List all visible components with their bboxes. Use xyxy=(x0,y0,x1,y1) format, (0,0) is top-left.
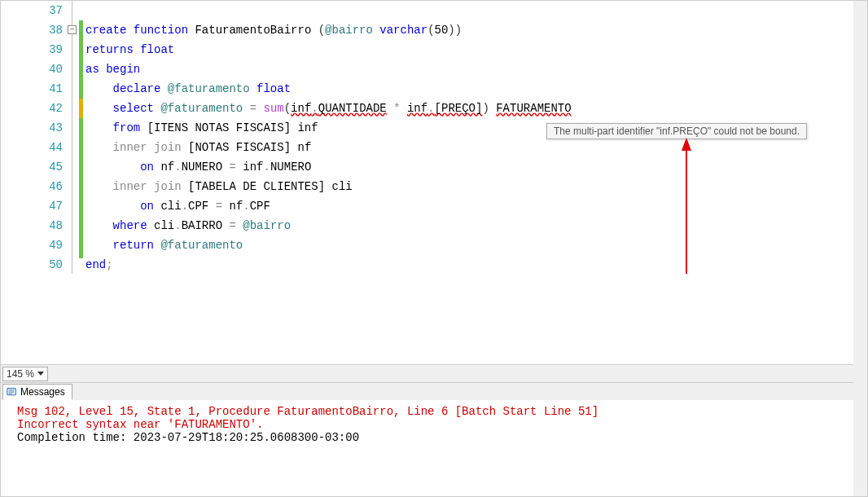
code-line: on nf.NUMERO = inf.NUMERO xyxy=(84,157,867,177)
code-line: inner join [TABELA DE CLIENTES] cli xyxy=(84,177,867,196)
line-number: 45 xyxy=(1,157,63,177)
error-tooltip-text: The multi-part identifier "inf.PREÇO" co… xyxy=(554,125,800,137)
vertical-scrollbar[interactable] xyxy=(853,1,867,274)
code-line: end; xyxy=(84,255,867,274)
code-line: as begin xyxy=(84,59,867,79)
code-line: where cli.BAIRRO = @bairro xyxy=(84,216,867,235)
messages-panel[interactable]: Msg 102, Level 15, State 1, Procedure Fa… xyxy=(1,400,867,496)
error-message-line: Incorrect syntax near 'FATURAMENTO'. xyxy=(17,418,859,431)
line-number: 43 xyxy=(1,118,63,138)
line-number: 46 xyxy=(1,177,63,196)
tab-messages[interactable]: Messages xyxy=(2,384,72,400)
fold-toggle-icon[interactable]: − xyxy=(68,25,77,34)
error-message-line: Msg 102, Level 15, State 1, Procedure Fa… xyxy=(17,405,859,418)
line-number: 49 xyxy=(1,235,63,255)
code-line: inner join [NOTAS FISCAIS] nf xyxy=(84,138,867,157)
line-number: 50 xyxy=(1,255,63,274)
line-number: 47 xyxy=(1,196,63,216)
zoom-level-value: 145 % xyxy=(7,368,34,380)
line-number: 38 xyxy=(1,20,63,40)
code-content[interactable]: create function FaturamentoBairro (@bair… xyxy=(84,1,867,274)
code-line: return @faturamento xyxy=(84,235,867,255)
line-number-gutter: 37 38 39 40 41 42 43 44 45 46 47 48 49 5… xyxy=(1,1,68,274)
code-line: create function FaturamentoBairro (@bair… xyxy=(84,20,867,40)
messages-icon xyxy=(7,387,17,398)
tab-label: Messages xyxy=(20,386,65,398)
chevron-down-icon xyxy=(37,372,44,376)
code-line: select @faturamento = sum(inf.QUANTIDADE… xyxy=(84,99,867,118)
code-editor[interactable]: 37 38 39 40 41 42 43 44 45 46 47 48 49 5… xyxy=(1,1,867,274)
completion-time: Completion time: 2023-07-29T18:20:25.060… xyxy=(17,431,859,444)
code-line: on cli.CPF = nf.CPF xyxy=(84,196,867,216)
error-tooltip: The multi-part identifier "inf.PREÇO" co… xyxy=(546,123,807,139)
code-line: returns float xyxy=(84,40,867,59)
outline-fold-column: − xyxy=(68,1,79,274)
zoom-level-select[interactable]: 145 % xyxy=(2,367,48,381)
results-tabs: Messages xyxy=(1,382,867,400)
line-number: 42 xyxy=(1,99,63,118)
line-number: 48 xyxy=(1,216,63,235)
line-number: 37 xyxy=(1,1,63,20)
zoom-bar: 145 % xyxy=(1,364,867,382)
line-number: 41 xyxy=(1,79,63,99)
line-number: 44 xyxy=(1,138,63,157)
line-number: 40 xyxy=(1,59,63,79)
line-number: 39 xyxy=(1,40,63,59)
code-line: declare @faturamento float xyxy=(84,79,867,99)
